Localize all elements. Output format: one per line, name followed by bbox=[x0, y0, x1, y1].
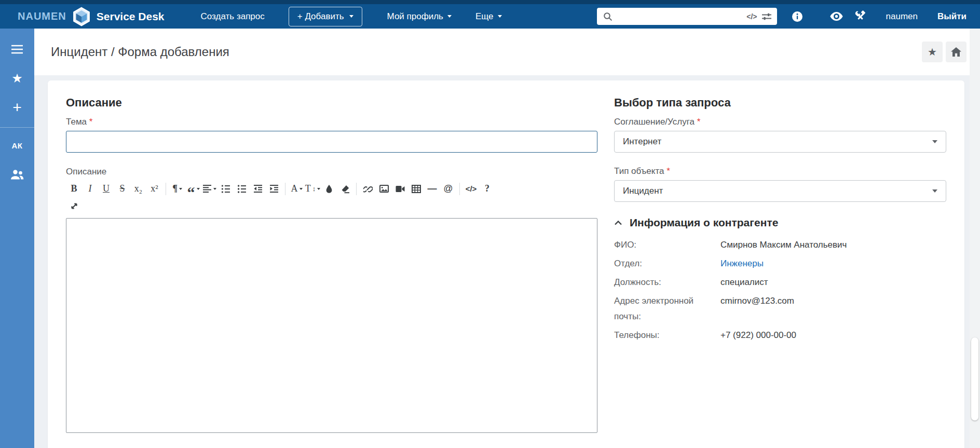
naumen-logo-text: NAUMEN bbox=[18, 10, 66, 22]
toolbar-separator bbox=[285, 183, 285, 195]
incident-form-card: Описание Тема * Описание B I U S x₂ x² ¶ bbox=[48, 80, 964, 448]
sidebar-divider bbox=[0, 127, 34, 128]
agreement-select[interactable]: Интернет bbox=[614, 131, 946, 153]
info-row-phones: Телефоны: +7 (922) 000-00-00 bbox=[614, 328, 946, 343]
font-icon: A bbox=[291, 183, 298, 194]
superscript-button[interactable]: x² bbox=[146, 181, 162, 197]
search-filter-icon[interactable] bbox=[761, 12, 772, 21]
indent-button[interactable] bbox=[266, 181, 282, 197]
contractor-section-toggle[interactable]: Информация о контрагенте bbox=[614, 216, 946, 229]
more-label: Еще bbox=[475, 11, 494, 22]
my-profile-menu[interactable]: Мой профиль bbox=[387, 11, 452, 22]
hamburger-icon bbox=[11, 45, 23, 54]
title-bar: Инцидент / Форма добавления ★ bbox=[34, 29, 980, 75]
table-icon bbox=[412, 185, 421, 193]
subject-input[interactable] bbox=[66, 131, 597, 153]
italic-button[interactable]: I bbox=[82, 181, 98, 197]
brand-logo[interactable]: NAUMEN Service Desk bbox=[18, 7, 165, 26]
quote-icon: “ bbox=[187, 184, 195, 194]
logout-button[interactable]: Выйти bbox=[937, 11, 967, 22]
mention-button[interactable]: @ bbox=[440, 181, 456, 197]
info-row-department: Отдел: Инженеры bbox=[614, 256, 946, 271]
left-sidebar: ★ + АК bbox=[0, 29, 34, 448]
info-value: +7 (922) 000-00-00 bbox=[720, 328, 796, 343]
admin-tools-icon[interactable] bbox=[854, 10, 866, 22]
paragraph-format-button[interactable]: ¶ bbox=[169, 181, 185, 197]
font-family-button[interactable]: A bbox=[289, 181, 305, 197]
search-code-icon[interactable]: </> bbox=[746, 12, 757, 21]
chevron-down-icon bbox=[447, 15, 452, 18]
current-username[interactable]: naumen bbox=[886, 11, 918, 22]
chevron-down-icon bbox=[932, 189, 937, 193]
description-editor[interactable] bbox=[66, 218, 597, 433]
underline-button[interactable]: U bbox=[98, 181, 114, 197]
sidebar-add-button[interactable]: + bbox=[0, 97, 34, 118]
my-profile-label: Мой профиль bbox=[387, 11, 443, 22]
home-button[interactable] bbox=[946, 42, 967, 62]
font-size-button[interactable]: T ↕ bbox=[305, 181, 321, 197]
request-type-section-title: Выбор типа запроса bbox=[614, 96, 946, 110]
eraser-icon bbox=[341, 184, 350, 194]
align-button[interactable] bbox=[201, 181, 217, 197]
main-content: Инцидент / Форма добавления ★ Описание Т… bbox=[34, 29, 980, 448]
info-row-position: Должность: специалист bbox=[614, 275, 946, 290]
info-value: Смирнов Максим Анатольевич bbox=[720, 237, 847, 253]
description-field-label: Описание bbox=[66, 167, 597, 177]
favorite-page-button[interactable]: ★ bbox=[922, 42, 943, 62]
insert-image-button[interactable] bbox=[376, 181, 392, 197]
contractor-section-title: Информация о контрагенте bbox=[630, 216, 778, 229]
star-icon: ★ bbox=[11, 71, 23, 86]
outdent-button[interactable] bbox=[250, 181, 266, 197]
add-button[interactable]: + Добавить bbox=[289, 7, 362, 26]
richtext-toolbar-row2 bbox=[66, 198, 597, 214]
department-link[interactable]: Инженеры bbox=[720, 256, 764, 271]
expand-icon bbox=[70, 201, 79, 211]
insert-table-button[interactable] bbox=[408, 181, 424, 197]
toolbar-separator bbox=[459, 183, 460, 195]
bullet-list-icon bbox=[237, 184, 247, 194]
blockquote-button[interactable]: “ bbox=[185, 181, 201, 197]
clear-format-button[interactable] bbox=[337, 181, 353, 197]
create-request-link[interactable]: Создать запрос bbox=[201, 11, 265, 22]
expand-editor-button[interactable] bbox=[66, 198, 82, 214]
info-label: Должность: bbox=[614, 275, 720, 290]
object-type-field-label: Тип объекта * bbox=[614, 166, 946, 177]
global-search[interactable]: </> bbox=[597, 8, 777, 25]
required-asterisk: * bbox=[666, 166, 670, 176]
add-button-label: + Добавить bbox=[297, 11, 344, 22]
product-name: Service Desk bbox=[97, 10, 165, 23]
link-button[interactable] bbox=[360, 181, 376, 197]
chevron-down-icon bbox=[300, 188, 303, 190]
more-menu[interactable]: Еще bbox=[475, 11, 502, 22]
ordered-list-button[interactable] bbox=[217, 181, 234, 197]
bold-button[interactable]: B bbox=[66, 181, 82, 197]
link-icon bbox=[363, 184, 373, 194]
text-color-button[interactable] bbox=[321, 181, 337, 197]
horizontal-rule-button[interactable]: — bbox=[424, 181, 440, 197]
toolbar-separator bbox=[166, 183, 166, 195]
sidebar-favorites-button[interactable]: ★ bbox=[0, 68, 34, 89]
info-label: Телефоны: bbox=[614, 328, 720, 343]
search-input[interactable] bbox=[617, 12, 743, 21]
sidebar-user-initials[interactable]: АК bbox=[0, 135, 34, 156]
strikethrough-button[interactable]: S bbox=[114, 181, 130, 197]
object-type-select[interactable]: Инцидент bbox=[614, 180, 946, 202]
updown-arrow-icon: ↕ bbox=[312, 185, 316, 193]
align-icon bbox=[202, 184, 212, 193]
bullet-list-button[interactable] bbox=[234, 181, 250, 197]
eye-icon[interactable] bbox=[830, 12, 843, 21]
naumen-cube-icon bbox=[72, 7, 91, 26]
page-title: Инцидент / Форма добавления bbox=[51, 45, 229, 59]
code-view-button[interactable]: </> bbox=[463, 181, 479, 197]
help-button[interactable]: ? bbox=[479, 181, 495, 197]
insert-video-button[interactable] bbox=[392, 181, 408, 197]
richtext-toolbar: B I U S x₂ x² ¶ “ bbox=[66, 181, 597, 197]
scrollbar-thumb[interactable] bbox=[971, 337, 978, 420]
sidebar-menu-button[interactable] bbox=[0, 39, 34, 60]
scrollbar-track[interactable] bbox=[970, 29, 980, 448]
subscript-button[interactable]: x₂ bbox=[130, 181, 146, 197]
sidebar-people-button[interactable] bbox=[0, 164, 34, 185]
chevron-down-icon bbox=[179, 188, 182, 190]
star-icon: ★ bbox=[928, 47, 937, 57]
info-icon[interactable] bbox=[792, 11, 803, 22]
